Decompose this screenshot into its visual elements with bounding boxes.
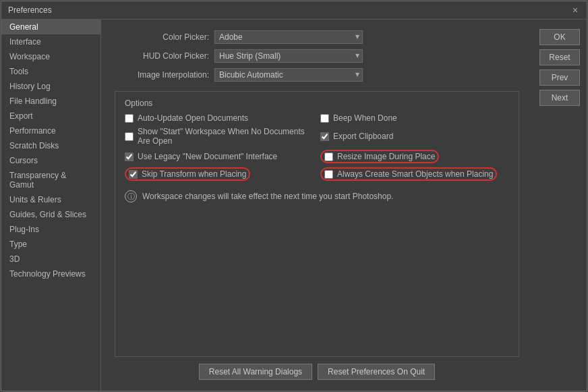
sidebar-item-performance[interactable]: Performance — [1, 123, 100, 138]
sidebar-item-cursors[interactable]: Cursors — [1, 153, 100, 168]
always-smart-highlight: Always Create Smart Objects when Placing — [320, 167, 497, 181]
title-bar: Preferences × — [1, 1, 587, 20]
sidebar: GeneralInterfaceWorkspaceToolsHistory Lo… — [1, 20, 101, 391]
preferences-dialog: Preferences × GeneralInterfaceWorkspaceT… — [1, 1, 587, 391]
checkbox-beep: Beep When Done — [320, 113, 509, 123]
sidebar-item-scratch-disks[interactable]: Scratch Disks — [1, 138, 100, 153]
use-legacy-checkbox[interactable] — [125, 152, 134, 161]
bottom-buttons: Reset All Warning Dialogs Reset Preferen… — [115, 364, 519, 380]
checkbox-use-legacy: Use Legacy "New Document" Interface — [125, 150, 314, 163]
sidebar-item-units---rulers[interactable]: Units & Rulers — [1, 192, 100, 207]
image-interpolation-dropdown-wrapper: Bicubic Automatic — [214, 68, 363, 82]
checkbox-skip-transform: Skip Transform when Placing — [125, 167, 314, 181]
image-interpolation-dropdown[interactable]: Bicubic Automatic — [214, 68, 363, 82]
use-legacy-label[interactable]: Use Legacy "New Document" Interface — [138, 152, 277, 161]
options-box: Options Auto-Update Open Documents Beep … — [115, 91, 519, 357]
checkbox-resize-image: Resize Image During Place — [320, 150, 509, 163]
sidebar-item-guides--grid---slices[interactable]: Guides, Grid & Slices — [1, 207, 100, 222]
main-content: GeneralInterfaceWorkspaceToolsHistory Lo… — [1, 20, 587, 391]
beep-checkbox[interactable] — [320, 114, 329, 123]
color-picker-row: Color Picker: Adobe — [115, 30, 519, 44]
sidebar-item-technology-previews[interactable]: Technology Previews — [1, 267, 100, 281]
checkbox-show-start: Show "Start" Workspace When No Documents… — [125, 127, 314, 146]
checkbox-always-smart: Always Create Smart Objects when Placing — [320, 167, 509, 181]
close-button[interactable]: × — [570, 5, 580, 15]
info-text: Workspace changes will take effect the n… — [142, 192, 393, 201]
sidebar-item-export[interactable]: Export — [1, 109, 100, 123]
sidebar-item-file-handling[interactable]: File Handling — [1, 94, 100, 109]
always-smart-checkbox[interactable] — [324, 170, 333, 179]
prev-button[interactable]: Prev — [539, 69, 580, 86]
sidebar-item-3d[interactable]: 3D — [1, 252, 100, 267]
show-start-checkbox[interactable] — [125, 132, 134, 141]
dialog-title: Preferences — [8, 5, 52, 15]
sidebar-item-interface[interactable]: Interface — [1, 34, 100, 49]
skip-transform-highlight: Skip Transform when Placing — [125, 167, 250, 181]
always-smart-label[interactable]: Always Create Smart Objects when Placing — [337, 169, 493, 179]
export-clipboard-label[interactable]: Export Clipboard — [333, 132, 393, 141]
color-picker-dropdown-wrapper: Adobe — [214, 30, 363, 44]
sidebar-item-type[interactable]: Type — [1, 237, 100, 252]
image-interpolation-row: Image Interpolation: Bicubic Automatic — [115, 68, 519, 82]
hud-color-picker-row: HUD Color Picker: Hue Strip (Small) — [115, 49, 519, 63]
show-start-label[interactable]: Show "Start" Workspace When No Documents… — [138, 127, 314, 146]
sidebar-item-tools[interactable]: Tools — [1, 64, 100, 79]
hud-color-picker-label: HUD Color Picker: — [115, 51, 209, 61]
checkbox-auto-update: Auto-Update Open Documents — [125, 113, 314, 123]
sidebar-item-history-log[interactable]: History Log — [1, 79, 100, 94]
content-area: Color Picker: Adobe HUD Color Picker: Hu… — [101, 20, 533, 391]
checkbox-export-clipboard: Export Clipboard — [320, 127, 509, 146]
side-buttons: OK Reset Prev Next — [533, 20, 587, 391]
image-interpolation-label: Image Interpolation: — [115, 70, 209, 80]
hud-color-picker-dropdown-wrapper: Hue Strip (Small) — [214, 49, 363, 63]
ok-button[interactable]: OK — [539, 29, 580, 45]
auto-update-label[interactable]: Auto-Update Open Documents — [138, 113, 248, 123]
color-picker-label: Color Picker: — [115, 32, 209, 42]
info-icon: ⓘ — [125, 190, 137, 202]
sidebar-item-transparency---gamut[interactable]: Transparency & Gamut — [1, 168, 100, 192]
skip-transform-checkbox[interactable] — [129, 170, 138, 179]
sidebar-item-general[interactable]: General — [1, 20, 100, 34]
skip-transform-label[interactable]: Skip Transform when Placing — [142, 169, 246, 179]
reset-warnings-button[interactable]: Reset All Warning Dialogs — [199, 364, 312, 380]
sidebar-item-plug-ins[interactable]: Plug-Ins — [1, 222, 100, 237]
next-button[interactable]: Next — [539, 90, 580, 106]
hud-color-picker-dropdown[interactable]: Hue Strip (Small) — [214, 49, 363, 63]
beep-label[interactable]: Beep When Done — [333, 113, 397, 123]
reset-button[interactable]: Reset — [539, 49, 580, 65]
resize-image-checkbox[interactable] — [324, 152, 333, 161]
resize-image-highlight: Resize Image During Place — [320, 150, 439, 163]
color-picker-dropdown[interactable]: Adobe — [214, 30, 363, 44]
reset-preferences-button[interactable]: Reset Preferences On Quit — [318, 364, 435, 380]
info-row: ⓘ Workspace changes will take effect the… — [125, 186, 509, 206]
resize-image-label[interactable]: Resize Image During Place — [337, 152, 435, 161]
auto-update-checkbox[interactable] — [125, 114, 134, 123]
options-grid: Auto-Update Open Documents Beep When Don… — [125, 113, 509, 181]
export-clipboard-checkbox[interactable] — [320, 132, 329, 141]
options-title: Options — [125, 99, 509, 108]
sidebar-item-workspace[interactable]: Workspace — [1, 49, 100, 64]
